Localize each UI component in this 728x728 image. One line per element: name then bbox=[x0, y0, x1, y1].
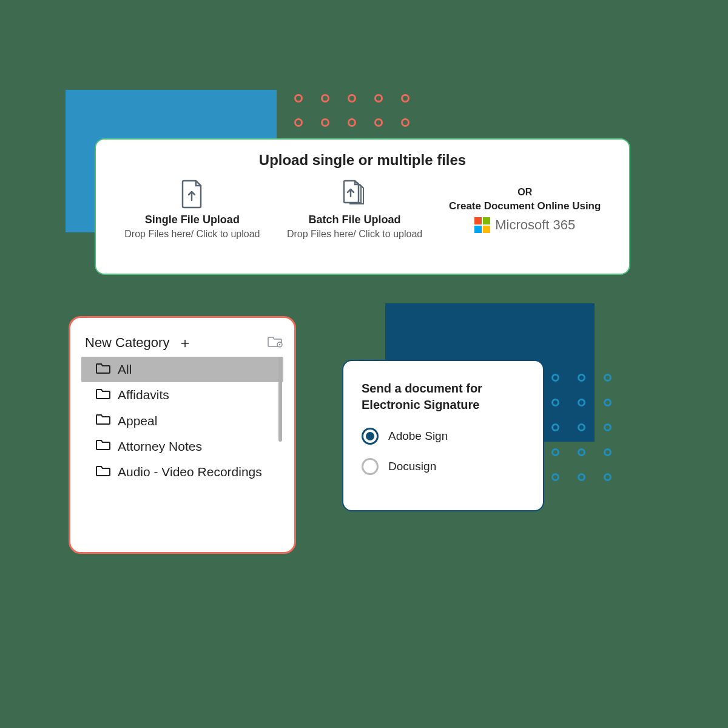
batch-file-upload-hint: Drop Files here/ Click to upload bbox=[277, 229, 433, 240]
category-item-attorney-notes[interactable]: Attorney Notes bbox=[81, 434, 283, 459]
folder-icon bbox=[96, 465, 110, 480]
category-item-appeal[interactable]: Appeal bbox=[81, 408, 283, 434]
radio-selected-icon bbox=[362, 428, 379, 445]
folder-icon bbox=[96, 439, 110, 454]
single-file-upload-label: Single File Upload bbox=[114, 214, 271, 226]
svg-point-1 bbox=[279, 344, 281, 346]
folder-icon bbox=[96, 388, 110, 403]
category-header-title: New Category bbox=[85, 335, 169, 351]
create-document-online[interactable]: OR Create Document Online Using Microsof… bbox=[439, 187, 611, 233]
file-upload-icon bbox=[114, 180, 271, 209]
signature-option-adobe-sign[interactable]: Adobe Sign bbox=[362, 428, 525, 445]
scrollbar[interactable] bbox=[278, 357, 282, 442]
category-item-label: Audio - Video Recordings bbox=[118, 464, 262, 480]
category-item-label: All bbox=[118, 362, 132, 377]
create-online-label: Create Document Online Using bbox=[439, 200, 611, 212]
folder-icon bbox=[96, 362, 110, 377]
single-file-upload-hint: Drop Files here/ Click to upload bbox=[114, 229, 271, 240]
category-item-audio-video[interactable]: Audio - Video Recordings bbox=[81, 459, 283, 485]
batch-file-upload-label: Batch File Upload bbox=[277, 214, 433, 226]
radio-unselected-icon bbox=[362, 458, 379, 475]
folder-settings-icon[interactable] bbox=[268, 335, 283, 351]
category-item-label: Attorney Notes bbox=[118, 439, 202, 454]
signature-option-label: Docusign bbox=[388, 460, 436, 473]
single-file-upload[interactable]: Single File Upload Drop Files here/ Clic… bbox=[114, 180, 271, 240]
plus-icon[interactable]: ＋ bbox=[178, 335, 192, 350]
category-list: All Affidavits Appeal Attorney Notes Aud… bbox=[81, 357, 283, 485]
category-item-label: Appeal bbox=[118, 413, 157, 429]
or-label: OR bbox=[439, 187, 611, 198]
signature-option-docusign[interactable]: Docusign bbox=[362, 458, 525, 475]
microsoft-365-icon: Microsoft 365 bbox=[474, 217, 575, 233]
category-item-all[interactable]: All bbox=[81, 357, 283, 382]
decorative-dot-grid-blue bbox=[551, 374, 612, 481]
microsoft-365-label: Microsoft 365 bbox=[495, 217, 575, 233]
category-panel: New Category ＋ All Affidavits bbox=[69, 316, 296, 554]
batch-file-upload[interactable]: Batch File Upload Drop Files here/ Click… bbox=[277, 180, 433, 240]
upload-panel-title: Upload single or multiple files bbox=[114, 152, 611, 169]
folder-icon bbox=[96, 413, 110, 428]
signature-option-label: Adobe Sign bbox=[388, 430, 448, 443]
decorative-dot-grid-red bbox=[294, 94, 410, 127]
files-upload-icon bbox=[277, 180, 433, 209]
category-item-label: Affidavits bbox=[118, 387, 169, 403]
signature-panel-title: Send a document for Electronic Signature bbox=[362, 380, 525, 413]
signature-panel: Send a document for Electronic Signature… bbox=[342, 360, 544, 511]
category-item-affidavits[interactable]: Affidavits bbox=[81, 382, 283, 408]
upload-panel: Upload single or multiple files Single F… bbox=[95, 138, 630, 275]
